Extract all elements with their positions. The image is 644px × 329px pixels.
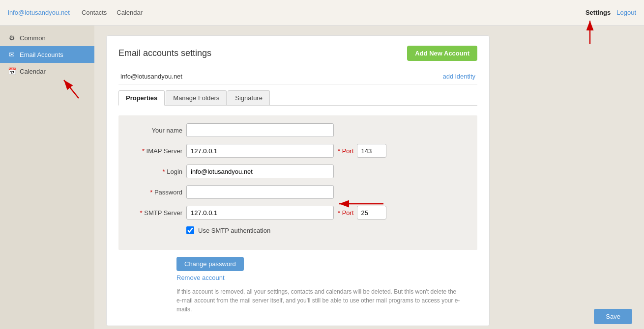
top-nav: info@lotusandyou.net Contacts Calendar S… xyxy=(0,0,644,26)
form-section: Your name IMAP Server * Port Login xyxy=(118,115,477,250)
login-row: Login xyxy=(128,164,468,178)
smtp-auth-row: Use SMTP authentication xyxy=(128,226,468,234)
smtp-port-input[interactable] xyxy=(357,206,386,219)
imap-port-input[interactable] xyxy=(357,144,386,158)
password-input[interactable] xyxy=(186,185,334,199)
smtp-server-row: SMTP Server * Port xyxy=(128,206,468,219)
smtp-auth-label: Use SMTP authentication xyxy=(198,227,270,234)
tabs-container: Properties Manage Folders Signature xyxy=(118,90,477,106)
imap-label: IMAP Server xyxy=(128,147,182,155)
smtp-auth-checkbox[interactable] xyxy=(186,226,194,234)
sidebar-item-calendar[interactable]: 📅 Calendar xyxy=(0,63,94,80)
card-title: Email accounts settings xyxy=(118,48,211,58)
content-area: Email accounts settings Add New Account … xyxy=(94,26,644,329)
sidebar-item-email-accounts[interactable]: ✉ Email Accounts xyxy=(0,46,94,63)
account-email-display: info@lotusandyou.net xyxy=(120,73,182,80)
gear-icon: ⚙ xyxy=(8,34,16,42)
add-new-account-button[interactable]: Add New Account xyxy=(407,46,477,61)
your-name-row: Your name xyxy=(128,123,468,137)
remove-account-link[interactable]: Remove account xyxy=(176,274,477,281)
nav-logout[interactable]: Logout xyxy=(616,9,636,16)
smtp-label: SMTP Server xyxy=(128,209,182,217)
sidebar-item-common[interactable]: ⚙ Common xyxy=(0,29,94,46)
smtp-port-label: * Port xyxy=(338,209,354,217)
save-button[interactable]: Save xyxy=(594,309,632,324)
smtp-port-group: * Port xyxy=(338,206,386,219)
settings-card: Email accounts settings Add New Account … xyxy=(106,35,490,326)
tab-signature[interactable]: Signature xyxy=(228,90,270,105)
sidebar-label-email: Email Accounts xyxy=(20,51,63,58)
your-name-input[interactable] xyxy=(186,123,334,137)
email-icon: ✉ xyxy=(8,51,16,58)
nav-email[interactable]: info@lotusandyou.net xyxy=(8,9,70,16)
sidebar-label-calendar: Calendar xyxy=(20,68,46,75)
imap-server-input[interactable] xyxy=(186,144,334,158)
login-input[interactable] xyxy=(186,164,334,178)
tab-manage-folders[interactable]: Manage Folders xyxy=(166,90,227,105)
imap-port-label: * Port xyxy=(338,147,354,155)
sidebar: ⚙ Common ✉ Email Accounts 📅 Calendar xyxy=(0,26,94,329)
account-row: info@lotusandyou.net add identity xyxy=(118,69,477,84)
your-name-label: Your name xyxy=(128,127,182,134)
change-password-button[interactable]: Change password xyxy=(176,257,244,271)
top-nav-right: Settings Logout xyxy=(585,9,636,16)
main-layout: ⚙ Common ✉ Email Accounts 📅 Calendar Ema… xyxy=(0,26,644,329)
nav-contacts[interactable]: Contacts xyxy=(82,9,107,16)
nav-calendar[interactable]: Calendar xyxy=(117,9,143,16)
login-label: Login xyxy=(128,168,182,175)
nav-settings[interactable]: Settings xyxy=(585,9,611,16)
imap-port-group: * Port xyxy=(338,144,386,158)
calendar-icon: 📅 xyxy=(8,67,16,75)
add-identity-link[interactable]: add identity xyxy=(443,73,476,80)
smtp-server-input[interactable] xyxy=(186,206,334,219)
password-row: Password xyxy=(128,185,468,199)
sidebar-label-common: Common xyxy=(20,34,46,42)
card-header: Email accounts settings Add New Account xyxy=(118,46,477,61)
bottom-bar: Save xyxy=(94,304,644,329)
tab-properties[interactable]: Properties xyxy=(118,90,165,106)
imap-server-row: IMAP Server * Port xyxy=(128,144,468,158)
password-label: Password xyxy=(128,189,182,196)
